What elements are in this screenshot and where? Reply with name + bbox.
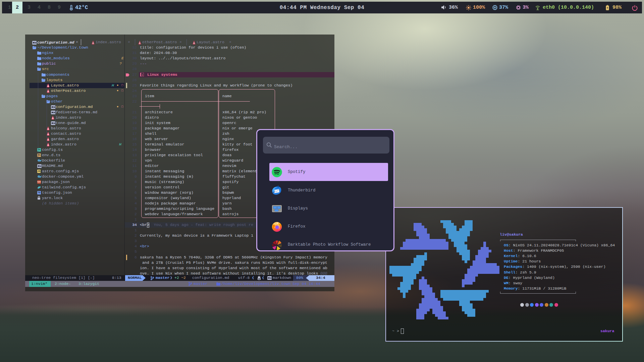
svg-text:1: 1 (142, 73, 143, 76)
